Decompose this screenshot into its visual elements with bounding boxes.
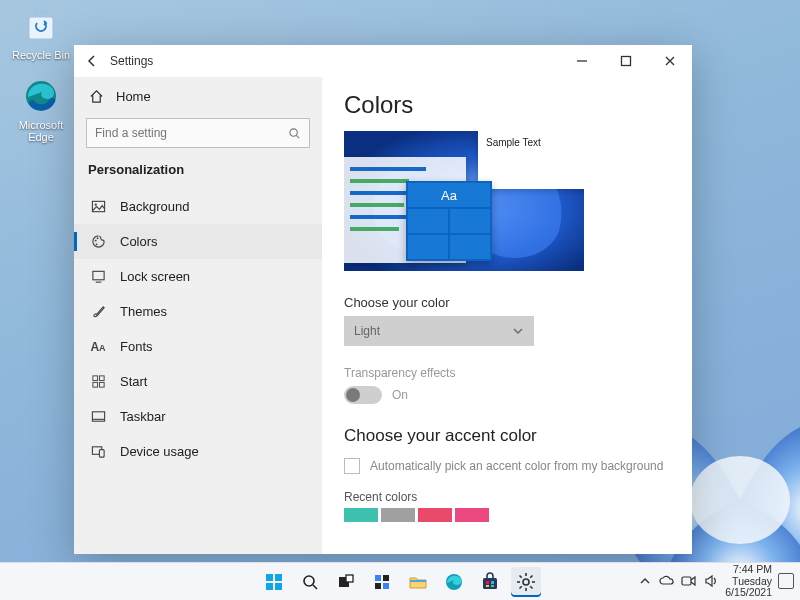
svg-line-6 [296,135,299,138]
settings-button[interactable] [511,567,541,597]
sidebar-item-fonts[interactable]: AA Fonts [74,329,322,364]
sidebar-item-themes[interactable]: Themes [74,294,322,329]
preview-aa: Aa [408,183,490,207]
svg-rect-34 [383,583,389,589]
clock-date: 6/15/2021 [725,587,772,599]
sidebar-item-lockscreen[interactable]: Lock screen [74,259,322,294]
auto-accent-checkbox[interactable] [344,458,360,474]
sidebar-item-label: Lock screen [120,269,190,284]
svg-rect-26 [275,583,282,590]
search-input[interactable]: Find a setting [86,118,310,148]
sidebar-item-start[interactable]: Start [74,364,322,399]
edge-button[interactable] [439,567,469,597]
window-title: Settings [110,54,153,68]
back-button[interactable] [74,45,110,77]
preview-sample-window: Sample Text [478,131,584,189]
svg-line-28 [313,585,317,589]
sidebar-home[interactable]: Home [74,81,322,112]
clock-time: 7:44 PM [725,564,772,576]
sidebar-item-label: Themes [120,304,167,319]
svg-rect-16 [92,382,97,387]
choose-color-label: Choose your color [344,295,670,310]
sidebar-item-colors[interactable]: Colors [74,224,322,259]
fonts-icon: AA [90,340,106,354]
titlebar: Settings [74,45,692,77]
taskbar-center [259,567,541,597]
sidebar-item-taskbar[interactable]: Taskbar [74,399,322,434]
svg-point-5 [290,128,297,135]
edge-icon[interactable]: Microsoft Edge [8,76,74,143]
onedrive-icon[interactable] [659,573,675,589]
sidebar-item-background[interactable]: Background [74,189,322,224]
meet-now-icon[interactable] [681,573,697,589]
svg-point-8 [94,204,96,206]
sidebar-item-label: Device usage [120,444,199,459]
maximize-button[interactable] [604,45,648,77]
choose-color-value: Light [354,324,380,338]
svg-point-27 [304,576,314,586]
clock[interactable]: 7:44 PM Tuesday 6/15/2021 [725,564,772,599]
svg-line-48 [530,586,532,588]
accent-title: Choose your accent color [344,426,670,446]
system-tray: 7:44 PM Tuesday 6/15/2021 [637,564,800,599]
notifications-button[interactable] [778,573,794,589]
palette-icon [90,234,106,249]
taskbar-search-button[interactable] [295,567,325,597]
minimize-button[interactable] [560,45,604,77]
color-swatch[interactable] [418,508,452,522]
taskview-button[interactable] [331,567,361,597]
svg-rect-35 [410,580,426,582]
svg-point-10 [96,237,98,239]
transparency-label: Transparency effects [344,366,670,380]
store-button[interactable] [475,567,505,597]
device-usage-icon [90,444,106,459]
svg-rect-51 [682,577,691,585]
svg-rect-14 [92,376,97,381]
widgets-button[interactable] [367,567,397,597]
taskbar: 7:44 PM Tuesday 6/15/2021 [0,562,800,600]
svg-line-50 [530,575,532,577]
svg-rect-24 [275,574,282,581]
svg-point-11 [95,243,97,245]
tray-chevron-icon[interactable] [637,573,653,589]
edge-label: Microsoft Edge [8,119,74,143]
svg-rect-23 [266,574,273,581]
transparency-toggle[interactable] [344,386,382,404]
svg-rect-33 [375,583,381,589]
color-swatch[interactable] [455,508,489,522]
close-button[interactable] [648,45,692,77]
lock-screen-icon [90,269,106,284]
brush-icon [90,304,106,319]
svg-rect-37 [483,578,497,589]
recent-colors-label: Recent colors [344,490,670,504]
sidebar: Home Find a setting Personalization Back… [74,77,322,554]
search-icon [288,127,301,140]
sidebar-item-label: Fonts [120,339,153,354]
page-title: Colors [344,91,670,119]
home-icon [88,89,104,104]
sample-text: Sample Text [486,137,541,148]
svg-rect-38 [486,581,489,584]
choose-color-select[interactable]: Light [344,316,534,346]
svg-point-9 [94,240,96,242]
recycle-bin-icon[interactable]: Recycle Bin [8,6,74,61]
color-preview: Sample Text Aa [344,131,584,271]
color-swatch[interactable] [381,508,415,522]
explorer-button[interactable] [403,567,433,597]
svg-rect-41 [491,585,494,587]
recent-colors [344,508,670,522]
svg-rect-30 [346,575,353,582]
volume-icon[interactable] [703,573,719,589]
color-swatch[interactable] [344,508,378,522]
svg-rect-12 [92,271,103,279]
svg-rect-31 [375,575,381,581]
recycle-bin-label: Recycle Bin [8,49,74,61]
svg-rect-15 [99,376,104,381]
svg-rect-40 [486,585,489,587]
auto-accent-label: Automatically pick an accent color from … [370,459,663,473]
sidebar-home-label: Home [116,89,151,104]
sidebar-item-deviceusage[interactable]: Device usage [74,434,322,469]
svg-rect-32 [383,575,389,581]
sidebar-item-label: Start [120,374,147,389]
start-button[interactable] [259,567,289,597]
